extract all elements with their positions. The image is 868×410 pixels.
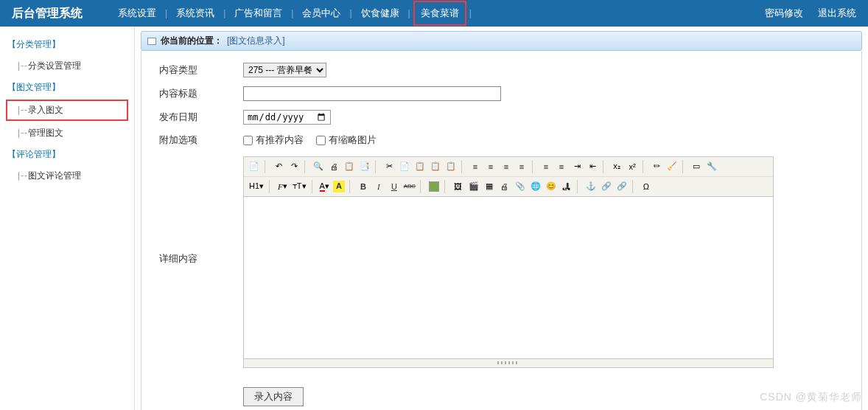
toolbar-font-icon[interactable]: F▾ [276, 179, 290, 194]
nav-item-4[interactable]: 饮食健康 [355, 7, 405, 20]
change-password-link[interactable]: 密码修改 [765, 7, 803, 20]
toolbar-indent-icon[interactable]: ⇥ [570, 159, 584, 174]
nav-item-2[interactable]: 广告和留言 [228, 7, 288, 20]
thumbnail-checkbox-label[interactable]: 有缩略图片 [316, 133, 377, 147]
toolbar-textcolor-icon[interactable]: A▾ [318, 179, 331, 194]
sidebar-group-2: 【评论管理】 [0, 144, 134, 165]
publish-date-label: 发布日期 [159, 111, 243, 124]
form-panel: 内容类型 275 --- 营养早餐 内容标题 发布日期 [141, 51, 862, 410]
page-icon [147, 38, 156, 45]
rich-text-editor: 📄↶↷🔍🖨📋📑✂📄📋📋📋≡≡≡≡≡≡⇥⇤x₂x²✏🧹▭🔧 H1▾F▾ᴛT▾A▾A… [243, 156, 774, 368]
toolbar-underline-icon[interactable]: U [387, 179, 402, 194]
logout-link[interactable]: 退出系统 [818, 7, 856, 20]
toolbar-align-center-icon[interactable]: ≡ [483, 159, 498, 174]
toolbar-heading-icon[interactable]: H1▾ [247, 179, 266, 194]
toolbar-outdent-icon[interactable]: ⇤ [585, 159, 600, 174]
toolbar-italic-icon[interactable]: I [371, 179, 386, 194]
toolbar-print2-icon[interactable]: 🖨 [497, 179, 512, 194]
toolbar-size-icon[interactable]: ᴛT▾ [290, 179, 309, 194]
publish-date-input[interactable] [243, 110, 331, 125]
recommend-checkbox-label[interactable]: 有推荐内容 [243, 133, 304, 147]
toolbar-gadget-icon[interactable]: 🔧 [704, 159, 719, 174]
toolbar-bgcolor-icon[interactable]: A [332, 179, 346, 194]
breadcrumb: 你当前的位置： [图文信息录入] [141, 31, 862, 51]
toolbar-list-ul-icon[interactable]: ≡ [554, 159, 569, 174]
toolbar-select-icon[interactable]: ▭ [689, 159, 704, 174]
editor-body[interactable] [243, 197, 774, 359]
toolbar-smile-icon[interactable]: 😊 [544, 179, 559, 194]
sidebar-item-0-0[interactable]: |--分类设置管理 [0, 55, 134, 77]
toolbar-separator [312, 180, 315, 193]
nav-item-5[interactable]: 美食菜谱 [413, 1, 466, 26]
toolbar-separator [461, 160, 465, 173]
content-type-select[interactable]: 275 --- 营养早餐 [243, 63, 326, 77]
toolbar-separator [420, 180, 424, 193]
toolbar-link-icon[interactable]: 🔗 [599, 179, 614, 194]
toolbar-separator [269, 180, 273, 193]
thumbnail-checkbox[interactable] [316, 136, 326, 145]
toolbar-anchor-icon[interactable]: ⚓ [584, 179, 598, 194]
breadcrumb-page: [图文信息录入] [227, 35, 285, 47]
editor-resize-handle[interactable] [243, 359, 774, 368]
toolbar-strike-icon[interactable]: ABC [402, 179, 417, 194]
sidebar-item-1-1[interactable]: |--管理图文 [0, 122, 134, 144]
toolbar-cut-icon[interactable]: ✂ [382, 159, 396, 174]
toolbar-paste-text-icon[interactable]: 📋 [428, 159, 443, 174]
toolbar-redo-icon[interactable]: ↷ [287, 159, 301, 174]
toolbar-undo-icon[interactable]: ↶ [271, 159, 286, 174]
toolbar-table-icon[interactable]: ▦ [482, 179, 497, 194]
sidebar-group-0: 【分类管理】 [0, 34, 134, 55]
extra-label: 附加选项 [159, 133, 243, 147]
toolbar-bold-icon[interactable]: B [356, 179, 371, 194]
toolbar-separator [304, 160, 308, 173]
content-title-input[interactable] [243, 86, 501, 101]
header: 后台管理系统 系统设置|系统资讯|广告和留言|会员中心|饮食健康|美食菜谱| 密… [0, 0, 868, 27]
toolbar-template-icon[interactable]: 📑 [357, 159, 372, 174]
toolbar-align-left-icon[interactable]: ≡ [468, 159, 483, 174]
nav-separator: | [288, 8, 296, 18]
toolbar-attach-icon[interactable]: 📎 [513, 179, 528, 194]
toolbar-source-icon[interactable]: 📄 [247, 159, 262, 174]
toolbar-paste-icon[interactable]: 📋 [413, 159, 427, 174]
toolbar-separator [577, 180, 581, 193]
toolbar-emoji-icon[interactable]: 🌐 [528, 179, 543, 194]
toolbar-separator [532, 160, 536, 173]
toolbar-print-icon[interactable]: 🖨 [326, 159, 341, 174]
header-right: 密码修改 退出系统 [765, 7, 856, 20]
toolbar-list-ol-icon[interactable]: ≡ [539, 159, 553, 174]
toolbar-separator [349, 180, 353, 193]
nav-item-1[interactable]: 系统资讯 [170, 7, 220, 20]
toolbar-separator [643, 160, 646, 173]
toolbar-separator [682, 160, 686, 173]
toolbar-preview-icon[interactable]: 📋 [342, 159, 357, 174]
toolbar-separator [375, 160, 379, 173]
sidebar: 【分类管理】|--分类设置管理【图文管理】|--录入图文|--管理图文【评论管理… [0, 27, 135, 410]
submit-button[interactable]: 录入内容 [243, 387, 304, 406]
toolbar-sub-icon[interactable]: x₂ [609, 159, 624, 174]
nav-item-0[interactable]: 系统设置 [112, 7, 162, 20]
toolbar-separator [444, 180, 448, 193]
sidebar-item-2-0[interactable]: |--图文评论管理 [0, 165, 134, 187]
sidebar-group-1: 【图文管理】 [0, 77, 134, 98]
toolbar-flash-icon[interactable]: 🎬 [466, 179, 481, 194]
toolbar-unlink-icon[interactable]: 🔗 [615, 179, 629, 194]
toolbar-picture-icon[interactable]: 🏞 [559, 179, 574, 194]
sidebar-item-1-0[interactable]: |--录入图文 [6, 100, 128, 121]
toolbar-color-icon[interactable] [427, 179, 441, 194]
nav-separator: | [346, 8, 354, 18]
toolbar-pick-icon[interactable]: ✏ [649, 159, 664, 174]
toolbar-align-right-icon[interactable]: ≡ [499, 159, 514, 174]
toolbar-clear-icon[interactable]: 🧹 [665, 159, 679, 174]
toolbar-image-icon[interactable]: 🖼 [451, 179, 466, 194]
toolbar-copy-icon[interactable]: 📄 [397, 159, 412, 174]
main-content: 你当前的位置： [图文信息录入] 内容类型 275 --- 营养早餐 内容标题 [135, 27, 868, 410]
toolbar-sup-icon[interactable]: x² [625, 159, 640, 174]
recommend-checkbox[interactable] [243, 136, 253, 145]
editor-toolbar: 📄↶↷🔍🖨📋📑✂📄📋📋📋≡≡≡≡≡≡⇥⇤x₂x²✏🧹▭🔧 H1▾F▾ᴛT▾A▾A… [243, 156, 774, 197]
toolbar-align-justify-icon[interactable]: ≡ [514, 159, 529, 174]
nav-item-3[interactable]: 会员中心 [296, 7, 346, 20]
toolbar-char-icon[interactable]: Ω [639, 179, 654, 194]
toolbar-find-icon[interactable]: 🔍 [311, 159, 326, 174]
toolbar-paste-word-icon[interactable]: 📋 [444, 159, 458, 174]
detail-label: 详细内容 [159, 156, 243, 265]
